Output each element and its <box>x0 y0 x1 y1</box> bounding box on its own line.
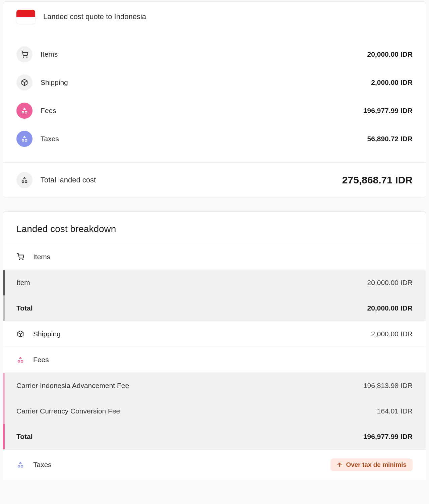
breakdown-header: Landed cost breakdown <box>3 212 426 244</box>
line-value: 20,000.00 IDR <box>367 304 413 312</box>
cart-icon <box>16 46 33 62</box>
line-value: 196,813.98 IDR <box>363 382 413 390</box>
summary-row-items: Items 20,000.00 IDR <box>16 40 413 68</box>
breakdown-line-fee: Carrier Indonesia Advancement Fee 196,81… <box>3 373 426 398</box>
summary-row-shipping: Shipping 2,000.00 IDR <box>16 68 413 97</box>
breakdown-section-items[interactable]: Items <box>3 244 426 270</box>
box-icon <box>16 74 33 91</box>
shapes-icon <box>16 131 33 147</box>
svg-point-3 <box>22 111 24 113</box>
quote-footer: Total landed cost 275,868.71 IDR <box>3 162 426 198</box>
flag-indonesia-icon <box>16 10 35 24</box>
fees-subblock: Carrier Indonesia Advancement Fee 196,81… <box>3 373 426 450</box>
svg-point-9 <box>19 259 20 260</box>
breakdown-line-items-total: Total 20,000.00 IDR <box>3 295 426 321</box>
breakdown-section-taxes[interactable]: Taxes Over tax de minimis <box>3 450 426 480</box>
svg-rect-6 <box>25 139 27 142</box>
total-label: Total landed cost <box>41 176 96 184</box>
breakdown-line-fees-total: Total 196,977.99 IDR <box>3 424 426 449</box>
svg-point-0 <box>23 57 24 57</box>
line-label: Carrier Indonesia Advancement Fee <box>16 382 129 390</box>
summary-value: 2,000.00 IDR <box>371 78 413 87</box>
quote-summary: Items 20,000.00 IDR Shipping 2,000.00 ID… <box>3 32 426 162</box>
svg-point-10 <box>22 259 23 260</box>
breakdown-title: Landed cost breakdown <box>16 224 413 234</box>
summary-value: 20,000.00 IDR <box>367 50 413 58</box>
line-label: Carrier Currency Conversion Fee <box>16 407 120 415</box>
summary-label: Fees <box>41 107 56 115</box>
line-value: 196,977.99 IDR <box>363 433 413 441</box>
shapes-icon <box>16 461 24 469</box>
items-subblock: Item 20,000.00 IDR Total 20,000.00 IDR <box>3 270 426 321</box>
breakdown-card: Landed cost breakdown Items Item 20,000.… <box>3 211 426 480</box>
breakdown-line-fee: Carrier Currency Conversion Fee 164.01 I… <box>3 398 426 424</box>
svg-rect-15 <box>21 465 23 467</box>
svg-rect-4 <box>25 111 27 113</box>
line-value: 164.01 IDR <box>377 407 413 415</box>
svg-point-7 <box>22 181 24 183</box>
quote-title: Landed cost quote to Indonesia <box>43 12 146 21</box>
quote-card: Landed cost quote to Indonesia Items 20,… <box>3 1 426 198</box>
svg-point-5 <box>22 139 24 142</box>
svg-rect-8 <box>25 181 27 183</box>
box-icon <box>16 330 24 338</box>
summary-label: Shipping <box>41 78 68 87</box>
svg-point-14 <box>18 465 20 467</box>
summary-row-taxes: Taxes 56,890.72 IDR <box>16 125 413 153</box>
breakdown-section-shipping[interactable]: Shipping 2,000.00 IDR <box>3 321 426 347</box>
shapes-icon <box>16 103 33 119</box>
shapes-icon <box>16 172 33 188</box>
section-heading: Fees <box>33 356 49 364</box>
breakdown-line-item: Item 20,000.00 IDR <box>3 270 426 295</box>
line-value: 20,000.00 IDR <box>367 279 413 287</box>
summary-row-fees: Fees 196,977.99 IDR <box>16 97 413 125</box>
line-label: Item <box>16 279 30 287</box>
shapes-icon <box>16 356 24 364</box>
breakdown-section-fees[interactable]: Fees <box>3 347 426 373</box>
svg-point-1 <box>26 57 27 57</box>
summary-label: Items <box>41 50 58 58</box>
summary-value: 196,977.99 IDR <box>363 107 413 115</box>
total-value: 275,868.71 IDR <box>342 174 413 186</box>
section-heading: Taxes <box>33 461 52 469</box>
summary-label: Taxes <box>41 135 59 143</box>
section-heading: Shipping <box>33 330 61 338</box>
quote-header: Landed cost quote to Indonesia <box>3 2 426 32</box>
section-value: 2,000.00 IDR <box>371 330 413 338</box>
svg-point-12 <box>18 360 20 362</box>
svg-rect-13 <box>21 360 23 362</box>
line-label: Total <box>16 433 33 441</box>
arrow-up-icon <box>336 462 343 468</box>
badge-label: Over tax de minimis <box>346 461 407 468</box>
section-heading: Items <box>33 253 50 261</box>
summary-value: 56,890.72 IDR <box>367 135 413 143</box>
line-label: Total <box>16 304 33 312</box>
de-minimis-badge: Over tax de minimis <box>330 458 413 471</box>
cart-icon <box>16 253 24 261</box>
